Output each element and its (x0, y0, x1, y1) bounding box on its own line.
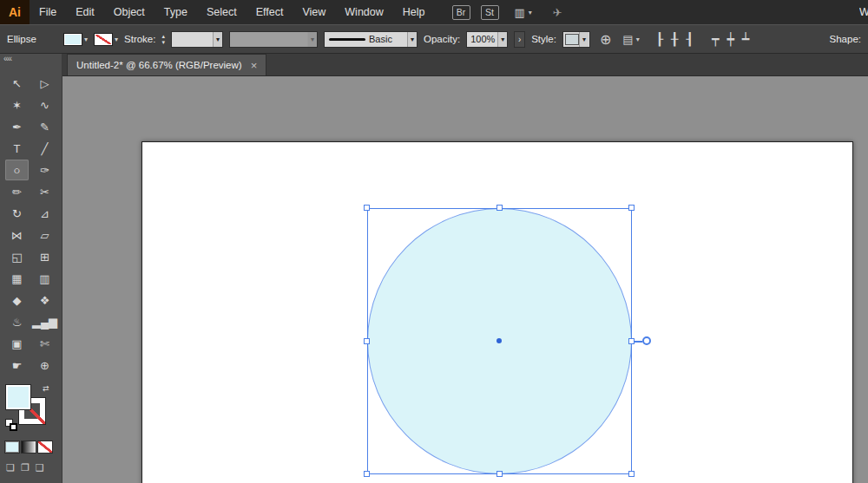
opacity-combo[interactable]: 100% ▾ (466, 31, 508, 48)
stepper-down-icon[interactable]: ▾ (161, 39, 165, 45)
chevron-down-icon[interactable]: ▾ (407, 32, 417, 47)
chevron-down-icon[interactable]: ▾ (497, 32, 507, 47)
graphic-style-combo[interactable]: ▾ (562, 31, 590, 48)
selection-handle-bottom-left[interactable] (364, 471, 370, 477)
active-tool-label: Ellipse (7, 34, 57, 44)
direct-selection-tool[interactable]: ▷ (33, 73, 56, 94)
line-segment-tool[interactable]: ╱ (33, 138, 56, 159)
chevron-down-icon[interactable]: ▾ (213, 32, 222, 47)
align-vertical-bottom-icon[interactable]: ┷ (742, 32, 749, 46)
selection-handle-bottom-center[interactable] (496, 471, 503, 477)
mesh-tool[interactable]: ▦ (5, 268, 29, 289)
align-vertical-top-icon[interactable]: ┯ (712, 32, 719, 46)
stroke-color-control[interactable]: ▾ (94, 33, 118, 46)
selection-handle-top-center[interactable] (496, 205, 503, 211)
opacity-panel-button[interactable]: › (514, 31, 525, 48)
fill-stroke-indicator: ⇄ (5, 384, 56, 433)
menu-object[interactable]: Object (104, 0, 155, 24)
align-vertical-center-icon[interactable]: ┿ (727, 32, 733, 46)
work-area: Untitled-2* @ 66.67% (RGB/Preview) × (62, 54, 868, 483)
gradient-tool[interactable]: ▥ (33, 268, 56, 289)
default-fill-stroke-icon[interactable] (5, 419, 18, 432)
artboard-tool[interactable]: ▣ (5, 333, 29, 354)
draw-normal-icon[interactable]: ❏ (6, 462, 15, 473)
chevron-down-icon[interactable]: ▾ (115, 36, 118, 43)
opacity-label: Opacity: (424, 34, 460, 44)
stock-badge[interactable]: St (481, 5, 499, 20)
stroke-weight-combo[interactable]: ▾ (171, 31, 223, 48)
menu-select[interactable]: Select (197, 0, 247, 24)
brush-definition-combo[interactable]: Basic ▾ (324, 31, 418, 48)
gradient-button[interactable] (21, 441, 36, 454)
style-label: Style: (531, 34, 556, 44)
selection-tool[interactable]: ↖ (5, 73, 29, 94)
shape-center-point[interactable] (496, 338, 502, 343)
menu-window[interactable]: Window (335, 0, 392, 24)
rotate-tool[interactable]: ↻ (5, 203, 29, 224)
fill-swatch[interactable] (63, 33, 82, 46)
collapse-panel-button[interactable]: «« (0, 54, 62, 65)
stroke-weight-stepper[interactable]: ▴ ▾ (161, 33, 165, 45)
pen-tool[interactable]: ✒ (5, 116, 29, 137)
selection-handle-top-right[interactable] (628, 205, 635, 211)
align-horizontal-left-icon[interactable]: ┠ (656, 32, 663, 46)
document-setup-icon[interactable]: ▤ ▾ (622, 33, 639, 46)
selection-handle-bottom-right[interactable] (628, 471, 635, 477)
menu-file[interactable]: File (30, 0, 66, 24)
type-tool[interactable]: T (5, 138, 29, 159)
chevron-down-icon[interactable]: ▾ (84, 36, 88, 43)
pencil-tool[interactable]: ✏ (5, 181, 29, 202)
symbol-sprayer-tool[interactable]: ♨ (5, 311, 29, 332)
selection-handle-top-left[interactable] (364, 205, 370, 211)
magic-wand-tool[interactable]: ✶ (5, 95, 29, 115)
none-button[interactable] (37, 441, 53, 454)
draw-behind-icon[interactable]: ❐ (21, 462, 30, 473)
globe-icon[interactable]: ⊕ (600, 31, 611, 48)
menu-type[interactable]: Type (155, 0, 197, 24)
scale-tool[interactable]: ⊿ (33, 203, 56, 224)
perspective-grid-tool[interactable]: ⊞ (33, 246, 56, 267)
curvature-tool[interactable]: ✎ (33, 116, 56, 137)
scissors-tool[interactable]: ✂ (33, 181, 56, 202)
free-transform-tool[interactable]: ▱ (33, 225, 56, 245)
arrange-documents-icon[interactable]: ▥ ▾ (515, 6, 532, 19)
stepper-up-icon[interactable]: ▴ (161, 33, 165, 39)
live-shape-widget[interactable] (642, 336, 651, 345)
align-horizontal-right-icon[interactable]: ┨ (687, 32, 694, 46)
column-graph-tool[interactable]: ▂▄▆ (33, 311, 56, 332)
app-logo[interactable]: Ai (0, 0, 30, 24)
align-horizontal-center-icon[interactable]: ╂ (671, 32, 678, 46)
width-profile-combo[interactable]: ▾ (229, 31, 318, 48)
menu-effect[interactable]: Effect (247, 0, 293, 24)
ellipse-tool[interactable]: ○ (5, 160, 29, 180)
share-icon[interactable]: ✈ (553, 6, 562, 19)
fill-color-control[interactable]: ▾ (63, 33, 88, 46)
tools-grid: ↖▷✶∿✒✎T╱○✑✏✂↻⊿⋈▱◱⊞▦▥◆❖♨▂▄▆▣✄☛⊕ (5, 73, 56, 375)
hand-tool[interactable]: ☛ (5, 355, 29, 375)
menu-view[interactable]: View (293, 0, 335, 24)
selection-handle-middle-right[interactable] (628, 338, 635, 344)
close-tab-icon[interactable]: × (251, 59, 258, 72)
tools-panel: «« ↖▷✶∿✒✎T╱○✑✏✂↻⊿⋈▱◱⊞▦▥◆❖♨▂▄▆▣✄☛⊕ ⇄ ❏ (0, 54, 62, 483)
bridge-badge[interactable]: Br (452, 5, 470, 20)
chevron-down-icon[interactable]: ▾ (307, 32, 317, 47)
blend-tool[interactable]: ❖ (33, 290, 56, 310)
eyedropper-tool[interactable]: ◆ (5, 290, 29, 310)
slice-tool[interactable]: ✄ (33, 333, 56, 354)
draw-inside-icon[interactable]: ❑ (36, 462, 44, 473)
color-button[interactable] (4, 441, 20, 454)
width-tool[interactable]: ⋈ (5, 225, 29, 245)
selection-handle-middle-left[interactable] (364, 338, 370, 344)
chevron-down-icon[interactable]: ▾ (579, 32, 589, 47)
menu-edit[interactable]: Edit (66, 0, 104, 24)
swap-fill-stroke-icon[interactable]: ⇄ (43, 384, 49, 393)
zoom-tool[interactable]: ⊕ (33, 355, 56, 375)
paintbrush-tool[interactable]: ✑ (33, 160, 56, 180)
canvas-area[interactable] (62, 76, 868, 483)
lasso-tool[interactable]: ∿ (33, 95, 56, 115)
fill-color-swatch[interactable] (5, 384, 31, 410)
stroke-none-swatch[interactable] (94, 33, 113, 46)
document-tab[interactable]: Untitled-2* @ 66.67% (RGB/Preview) × (67, 54, 266, 75)
shape-builder-tool[interactable]: ◱ (5, 246, 29, 267)
menu-help[interactable]: Help (393, 0, 435, 24)
